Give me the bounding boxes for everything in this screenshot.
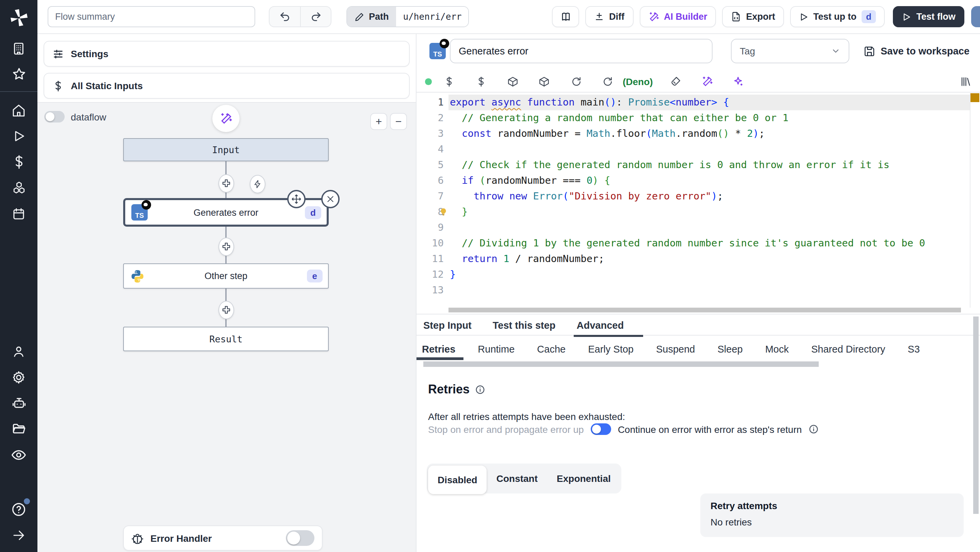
runs-icon[interactable]	[6, 123, 32, 149]
deno-icon	[142, 200, 151, 210]
subtab-s3[interactable]: S3	[908, 338, 920, 360]
resources-icon[interactable]	[6, 175, 32, 201]
redo-button[interactable]	[300, 7, 331, 27]
panel-vertical-scrollbar[interactable]	[973, 317, 978, 514]
user-icon[interactable]	[6, 338, 32, 364]
ai-sparkles-icon[interactable]	[732, 76, 744, 87]
flow-summary-input[interactable]	[48, 6, 255, 27]
workspace-icon[interactable]	[6, 35, 32, 61]
docs-button[interactable]	[552, 6, 579, 27]
retry-mode-disabled[interactable]: Disabled	[428, 466, 487, 494]
ai-builder-button[interactable]: AI Builder	[640, 6, 716, 27]
step-name-input[interactable]	[450, 39, 713, 63]
flow-settings-button[interactable]: Settings	[43, 41, 410, 67]
flow-graph-canvas[interactable]: dataflow + − Input	[37, 102, 416, 552]
undo-button[interactable]	[269, 7, 300, 27]
subtab-mock[interactable]: Mock	[765, 338, 789, 360]
flow-path-value[interactable]: u/henri/err	[396, 7, 469, 27]
subtab-sleep[interactable]: Sleep	[718, 338, 743, 360]
tab-test-this-step[interactable]: Test this step	[493, 315, 556, 335]
info-icon[interactable]	[475, 385, 485, 395]
retry-mode-constant[interactable]: Constant	[487, 465, 547, 492]
dataflow-toggle[interactable]	[44, 111, 65, 122]
tab-step-input[interactable]: Step Input	[423, 315, 472, 335]
ai-robot-icon[interactable]	[6, 390, 32, 416]
settings-gear-icon[interactable]	[6, 364, 32, 390]
flow-node-result[interactable]: Result	[123, 327, 329, 351]
flow-node-other-step[interactable]: Other step e	[123, 263, 329, 289]
add-variable-icon[interactable]	[444, 76, 455, 87]
variables-icon[interactable]	[6, 149, 32, 175]
delete-step-button[interactable]	[321, 190, 340, 208]
subtab-retries[interactable]: Retries	[422, 338, 455, 360]
library-icon[interactable]	[959, 76, 971, 87]
plus-icon	[221, 178, 231, 189]
code-toolbar: (Deno)	[417, 73, 980, 91]
package-icon[interactable]	[507, 76, 519, 87]
flow-node-input[interactable]: Input	[123, 138, 329, 161]
code-editor[interactable]: 12345678910111213 export async function …	[417, 93, 980, 314]
ai-flow-assistant-button[interactable]	[212, 105, 240, 132]
line-numbers: 12345678910111213	[417, 95, 444, 298]
save-to-workspace-button[interactable]: Save to workspace	[864, 45, 969, 57]
advanced-subtabs: Retries Runtime Cache Early Stop Suspend…	[417, 338, 970, 360]
bug-icon	[131, 532, 143, 544]
help-icon[interactable]	[6, 496, 32, 522]
reload-icon[interactable]	[571, 76, 582, 87]
zoom-in-button[interactable]: +	[370, 113, 387, 130]
all-static-inputs-button[interactable]: All Static Inputs	[43, 73, 410, 99]
move-step-button[interactable]	[287, 190, 305, 208]
add-resource-icon[interactable]	[476, 76, 487, 87]
edit-path-button[interactable]: Path	[347, 7, 396, 27]
tab-advanced[interactable]: Advanced	[577, 315, 624, 335]
step-id-badge: d	[305, 206, 321, 219]
flow-graph-panel: Settings All Static Inputs dataflow + −	[37, 34, 417, 552]
collapse-sidebar-icon[interactable]	[6, 522, 32, 548]
favorites-icon[interactable]	[6, 61, 32, 87]
insert-step-button[interactable]	[218, 237, 234, 256]
audit-eye-icon[interactable]	[6, 442, 32, 468]
format-brush-icon[interactable]	[670, 76, 681, 87]
deno-runtime-label[interactable]: (Deno)	[623, 76, 653, 87]
lightbulb-icon[interactable]	[439, 208, 448, 216]
subtab-shared-directory[interactable]: Shared Directory	[811, 338, 885, 360]
test-up-to-button[interactable]: Test up to d	[790, 6, 885, 27]
continue-on-error-toggle[interactable]	[591, 423, 611, 435]
code-horizontal-scrollbar[interactable]	[449, 308, 961, 312]
code-lines[interactable]: export async function main(): Promise<nu…	[450, 95, 969, 298]
test-flow-button[interactable]: Test flow	[893, 6, 964, 27]
error-handler-row[interactable]: Error Handler	[123, 525, 323, 550]
windmill-logo[interactable]	[0, 0, 37, 35]
insert-step-button[interactable]	[218, 174, 234, 192]
ai-edit-wand-icon[interactable]	[702, 76, 713, 87]
retries-title: Retries	[428, 383, 469, 397]
subtab-early-stop[interactable]: Early Stop	[588, 338, 633, 360]
step-editor-panel: TS Tag Save to workspace	[417, 34, 980, 552]
reset-icon[interactable]	[602, 76, 613, 87]
diff-icon	[594, 11, 605, 22]
magic-wand-icon	[220, 112, 232, 125]
zoom-out-button[interactable]: −	[390, 113, 407, 130]
subtab-suspend[interactable]: Suspend	[656, 338, 695, 360]
schedules-icon[interactable]	[6, 201, 32, 227]
continue-on-error-option: Continue on error with error as step's r…	[618, 424, 802, 434]
info-icon[interactable]	[808, 424, 819, 434]
app-sidebar	[0, 0, 37, 552]
export-button[interactable]: Export	[722, 6, 784, 27]
insert-trigger-button[interactable]	[250, 175, 266, 193]
package-icon[interactable]	[538, 76, 550, 87]
diff-button[interactable]: Diff	[585, 6, 633, 27]
subtabs-scrollbar[interactable]	[423, 361, 819, 367]
step-id-badge: e	[307, 270, 323, 282]
home-icon[interactable]	[6, 97, 32, 123]
save-icon	[864, 45, 875, 57]
retry-mode-exponential[interactable]: Exponential	[547, 465, 620, 492]
deploy-button-partial[interactable]	[971, 6, 980, 27]
error-handler-toggle[interactable]	[286, 530, 314, 546]
subtab-cache[interactable]: Cache	[537, 338, 566, 360]
help-notification-dot	[24, 498, 30, 504]
subtab-runtime[interactable]: Runtime	[478, 338, 514, 360]
folders-icon[interactable]	[6, 416, 32, 442]
insert-step-button[interactable]	[218, 301, 234, 319]
tag-select[interactable]: Tag	[731, 39, 850, 63]
